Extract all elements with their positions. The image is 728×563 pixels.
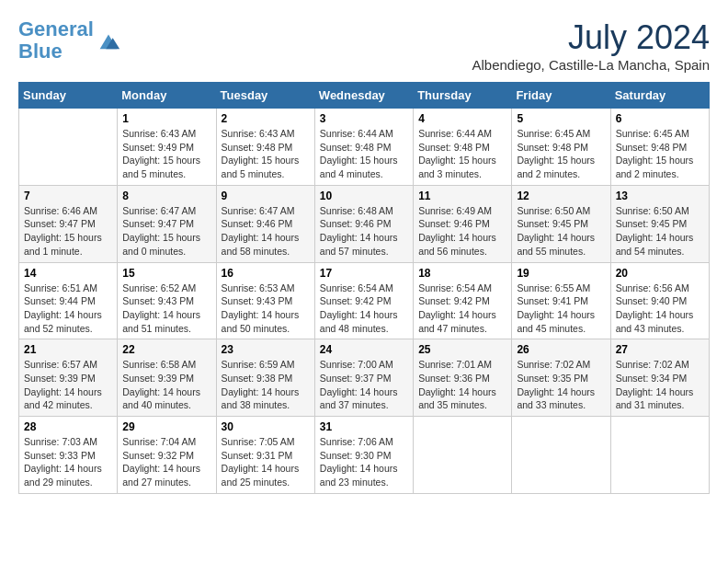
day-info: Sunrise: 6:57 AMSunset: 9:39 PMDaylight:… bbox=[24, 358, 112, 412]
calendar-cell: 26Sunrise: 7:02 AMSunset: 9:35 PMDayligh… bbox=[512, 339, 610, 417]
calendar-table: SundayMondayTuesdayWednesdayThursdayFrid… bbox=[18, 82, 710, 494]
logo-general: General bbox=[18, 17, 94, 40]
day-number: 10 bbox=[320, 190, 408, 202]
calendar-body: 1Sunrise: 6:43 AMSunset: 9:49 PMDaylight… bbox=[19, 109, 710, 494]
day-info: Sunrise: 6:46 AMSunset: 9:47 PMDaylight:… bbox=[24, 204, 112, 259]
header-row: SundayMondayTuesdayWednesdayThursdayFrid… bbox=[19, 83, 710, 109]
day-number: 2 bbox=[222, 112, 310, 125]
day-number: 21 bbox=[24, 343, 112, 356]
day-number: 29 bbox=[122, 420, 210, 433]
calendar-cell: 7Sunrise: 6:46 AMSunset: 9:47 PMDaylight… bbox=[19, 185, 118, 262]
day-number: 26 bbox=[517, 343, 605, 356]
day-info: Sunrise: 6:45 AMSunset: 9:48 PMDaylight:… bbox=[616, 127, 704, 181]
calendar-cell: 30Sunrise: 7:05 AMSunset: 9:31 PMDayligh… bbox=[216, 417, 314, 494]
calendar-header: SundayMondayTuesdayWednesdayThursdayFrid… bbox=[19, 83, 710, 109]
day-number: 20 bbox=[616, 267, 704, 280]
day-info: Sunrise: 6:59 AMSunset: 9:38 PMDaylight:… bbox=[222, 358, 310, 412]
day-number: 1 bbox=[122, 112, 210, 125]
logo-text: General Blue bbox=[18, 18, 94, 63]
month-title: July 2024 bbox=[472, 18, 711, 57]
calendar-cell: 22Sunrise: 6:58 AMSunset: 9:39 PMDayligh… bbox=[118, 339, 216, 417]
title-block: July 2024 Albendiego, Castille-La Mancha… bbox=[472, 18, 711, 73]
day-info: Sunrise: 6:48 AMSunset: 9:46 PMDaylight:… bbox=[320, 204, 408, 259]
calendar-cell bbox=[512, 417, 610, 494]
day-number: 6 bbox=[616, 112, 704, 125]
calendar-cell: 8Sunrise: 6:47 AMSunset: 9:47 PMDaylight… bbox=[118, 185, 216, 262]
header-day-monday: Monday bbox=[118, 83, 216, 109]
calendar-cell: 6Sunrise: 6:45 AMSunset: 9:48 PMDaylight… bbox=[610, 109, 709, 186]
day-info: Sunrise: 6:44 AMSunset: 9:48 PMDaylight:… bbox=[320, 127, 408, 181]
day-info: Sunrise: 6:52 AMSunset: 9:43 PMDaylight:… bbox=[122, 282, 210, 336]
header-day-sunday: Sunday bbox=[19, 83, 118, 109]
header-day-tuesday: Tuesday bbox=[216, 83, 314, 109]
calendar-cell: 5Sunrise: 6:45 AMSunset: 9:48 PMDaylight… bbox=[512, 109, 610, 186]
calendar-cell: 29Sunrise: 7:04 AMSunset: 9:32 PMDayligh… bbox=[118, 417, 216, 494]
logo: General Blue bbox=[18, 18, 121, 63]
calendar-cell: 10Sunrise: 6:48 AMSunset: 9:46 PMDayligh… bbox=[314, 185, 413, 262]
calendar-cell: 20Sunrise: 6:56 AMSunset: 9:40 PMDayligh… bbox=[610, 262, 709, 339]
day-number: 19 bbox=[517, 267, 605, 280]
day-info: Sunrise: 6:56 AMSunset: 9:40 PMDaylight:… bbox=[616, 282, 704, 336]
calendar-cell: 3Sunrise: 6:44 AMSunset: 9:48 PMDaylight… bbox=[314, 109, 413, 186]
week-row-1: 7Sunrise: 6:46 AMSunset: 9:47 PMDaylight… bbox=[19, 185, 710, 262]
day-number: 3 bbox=[320, 112, 408, 125]
day-info: Sunrise: 7:02 AMSunset: 9:34 PMDaylight:… bbox=[616, 358, 704, 412]
day-info: Sunrise: 6:43 AMSunset: 9:49 PMDaylight:… bbox=[122, 127, 210, 181]
day-number: 5 bbox=[517, 112, 605, 125]
calendar-cell: 28Sunrise: 7:03 AMSunset: 9:33 PMDayligh… bbox=[19, 417, 118, 494]
day-info: Sunrise: 6:55 AMSunset: 9:41 PMDaylight:… bbox=[517, 282, 605, 336]
calendar-cell bbox=[610, 417, 709, 494]
day-number: 31 bbox=[320, 420, 408, 433]
calendar-cell: 27Sunrise: 7:02 AMSunset: 9:34 PMDayligh… bbox=[610, 339, 709, 417]
calendar-cell: 12Sunrise: 6:50 AMSunset: 9:45 PMDayligh… bbox=[512, 185, 610, 262]
header-day-friday: Friday bbox=[512, 83, 610, 109]
day-number: 11 bbox=[418, 190, 506, 202]
page-header: General Blue July 2024 Albendiego, Casti… bbox=[18, 18, 710, 73]
week-row-4: 28Sunrise: 7:03 AMSunset: 9:33 PMDayligh… bbox=[19, 417, 710, 494]
day-number: 24 bbox=[320, 343, 408, 356]
week-row-0: 1Sunrise: 6:43 AMSunset: 9:49 PMDaylight… bbox=[19, 109, 710, 186]
day-number: 27 bbox=[616, 343, 704, 356]
header-day-wednesday: Wednesday bbox=[314, 83, 413, 109]
calendar-cell: 24Sunrise: 7:00 AMSunset: 9:37 PMDayligh… bbox=[314, 339, 413, 417]
week-row-2: 14Sunrise: 6:51 AMSunset: 9:44 PMDayligh… bbox=[19, 262, 710, 339]
day-info: Sunrise: 6:49 AMSunset: 9:46 PMDaylight:… bbox=[418, 204, 506, 259]
calendar-cell: 14Sunrise: 6:51 AMSunset: 9:44 PMDayligh… bbox=[19, 262, 118, 339]
logo-blue: Blue bbox=[18, 40, 63, 63]
day-number: 15 bbox=[122, 267, 210, 280]
day-info: Sunrise: 6:45 AMSunset: 9:48 PMDaylight:… bbox=[517, 127, 605, 181]
calendar-cell: 25Sunrise: 7:01 AMSunset: 9:36 PMDayligh… bbox=[414, 339, 512, 417]
calendar-cell: 4Sunrise: 6:44 AMSunset: 9:48 PMDaylight… bbox=[414, 109, 512, 186]
day-number: 28 bbox=[24, 420, 112, 433]
day-info: Sunrise: 6:50 AMSunset: 9:45 PMDaylight:… bbox=[517, 204, 605, 259]
calendar-cell: 23Sunrise: 6:59 AMSunset: 9:38 PMDayligh… bbox=[216, 339, 314, 417]
day-info: Sunrise: 6:54 AMSunset: 9:42 PMDaylight:… bbox=[320, 282, 408, 336]
day-info: Sunrise: 7:06 AMSunset: 9:30 PMDaylight:… bbox=[320, 435, 408, 489]
day-number: 17 bbox=[320, 267, 408, 280]
day-number: 23 bbox=[222, 343, 310, 356]
day-number: 16 bbox=[222, 267, 310, 280]
header-day-saturday: Saturday bbox=[610, 83, 709, 109]
day-number: 7 bbox=[24, 190, 112, 202]
day-info: Sunrise: 6:43 AMSunset: 9:48 PMDaylight:… bbox=[222, 127, 310, 181]
day-info: Sunrise: 7:03 AMSunset: 9:33 PMDaylight:… bbox=[24, 435, 112, 489]
day-number: 12 bbox=[517, 190, 605, 202]
day-number: 25 bbox=[418, 343, 506, 356]
day-number: 4 bbox=[418, 112, 506, 125]
day-number: 13 bbox=[616, 190, 704, 202]
day-number: 30 bbox=[222, 420, 310, 433]
day-info: Sunrise: 6:53 AMSunset: 9:43 PMDaylight:… bbox=[222, 282, 310, 336]
day-number: 22 bbox=[122, 343, 210, 356]
calendar-cell: 16Sunrise: 6:53 AMSunset: 9:43 PMDayligh… bbox=[216, 262, 314, 339]
day-info: Sunrise: 7:04 AMSunset: 9:32 PMDaylight:… bbox=[122, 435, 210, 489]
calendar-cell: 15Sunrise: 6:52 AMSunset: 9:43 PMDayligh… bbox=[118, 262, 216, 339]
day-info: Sunrise: 6:44 AMSunset: 9:48 PMDaylight:… bbox=[418, 127, 506, 181]
calendar-cell: 21Sunrise: 6:57 AMSunset: 9:39 PMDayligh… bbox=[19, 339, 118, 417]
day-number: 18 bbox=[418, 267, 506, 280]
calendar-cell: 1Sunrise: 6:43 AMSunset: 9:49 PMDaylight… bbox=[118, 109, 216, 186]
day-number: 8 bbox=[122, 190, 210, 202]
calendar-cell bbox=[414, 417, 512, 494]
header-day-thursday: Thursday bbox=[414, 83, 512, 109]
day-info: Sunrise: 7:05 AMSunset: 9:31 PMDaylight:… bbox=[222, 435, 310, 489]
week-row-3: 21Sunrise: 6:57 AMSunset: 9:39 PMDayligh… bbox=[19, 339, 710, 417]
